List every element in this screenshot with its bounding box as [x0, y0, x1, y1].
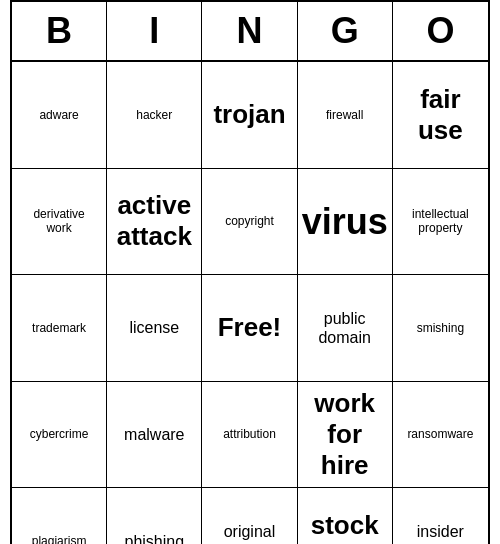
bingo-cell: stockwork — [298, 488, 393, 544]
bingo-cell: attribution — [202, 382, 297, 489]
bingo-cell: activeattack — [107, 169, 202, 276]
bingo-cell: smishing — [393, 275, 488, 382]
header-letter: N — [202, 2, 297, 60]
bingo-cell: trademark — [12, 275, 107, 382]
header-letter: B — [12, 2, 107, 60]
bingo-cell: virus — [298, 169, 393, 276]
bingo-cell: insiderattack — [393, 488, 488, 544]
bingo-grid: adwarehackertrojanfirewallfairusederivat… — [12, 62, 488, 544]
bingo-cell: phishing — [107, 488, 202, 544]
bingo-cell: cybercrime — [12, 382, 107, 489]
bingo-cell: firewall — [298, 62, 393, 169]
bingo-cell: ransomware — [393, 382, 488, 489]
header-letter: G — [298, 2, 393, 60]
bingo-cell: intellectualproperty — [393, 169, 488, 276]
bingo-cell: adware — [12, 62, 107, 169]
bingo-cell: malware — [107, 382, 202, 489]
bingo-header: BINGO — [12, 2, 488, 62]
bingo-card: BINGO adwarehackertrojanfirewallfairused… — [10, 0, 490, 544]
bingo-cell: license — [107, 275, 202, 382]
bingo-cell: fairuse — [393, 62, 488, 169]
bingo-cell: copyright — [202, 169, 297, 276]
header-letter: I — [107, 2, 202, 60]
bingo-cell: publicdomain — [298, 275, 393, 382]
header-letter: O — [393, 2, 488, 60]
bingo-cell: workfor hire — [298, 382, 393, 489]
bingo-cell: trojan — [202, 62, 297, 169]
bingo-cell: derivativework — [12, 169, 107, 276]
bingo-cell: originalwork — [202, 488, 297, 544]
bingo-cell: plagiarism — [12, 488, 107, 544]
bingo-cell: Free! — [202, 275, 297, 382]
bingo-cell: hacker — [107, 62, 202, 169]
